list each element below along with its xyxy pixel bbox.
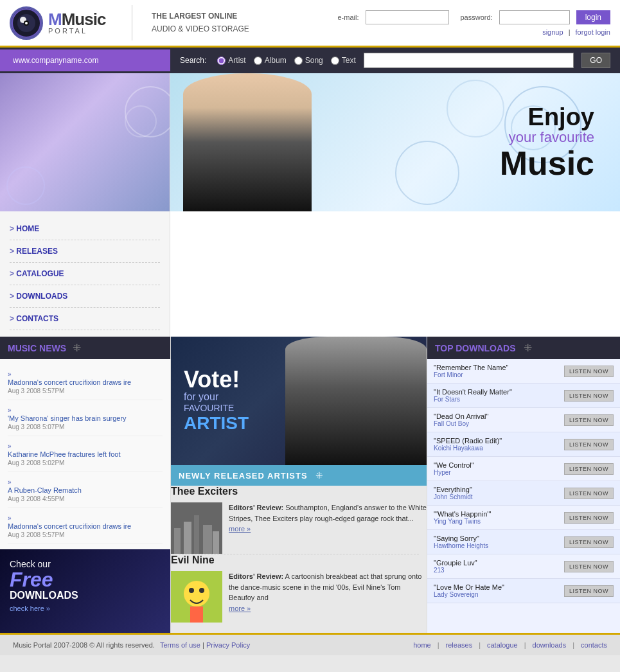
review-more-link[interactable]: more [229,605,251,612]
logo-icon [10,6,43,40]
news-link[interactable]: Katharine McPhee fractures left foot [8,450,163,458]
svg-point-13 [189,588,194,593]
listen-now-button[interactable]: LISTEN NOW [564,366,614,377]
signup-link[interactable]: signup [542,28,563,36]
footer-contacts[interactable]: contacts [581,641,607,649]
list-item: »'My Sharona' singer has brain surgery A… [8,400,163,436]
listen-now-button[interactable]: LISTEN NOW [564,488,614,499]
radio-artist-input[interactable] [217,57,226,65]
search-input[interactable] [364,53,574,68]
listen-now-button[interactable]: LISTEN NOW [564,463,614,475]
nav-releases[interactable]: RELEASES [10,240,160,263]
news-link[interactable]: 'My Sharona' singer has brain surgery [8,414,163,422]
terms-link[interactable]: Terms of use [160,641,200,649]
download-artist: Hawthorne Heights [434,542,564,549]
svg-point-14 [199,588,204,593]
privacy-link[interactable]: Privacy Policy [206,641,250,649]
newly-released-icon: ⁜ [315,470,323,481]
artist-content: Editors' Review: Southampton, England's … [171,502,427,554]
radio-album-input[interactable] [254,57,262,65]
radio-text-label: Text [342,56,356,65]
radio-artist[interactable]: Artist [217,56,245,65]
listen-now-button[interactable]: LISTEN NOW [564,414,614,426]
password-label: password: [461,13,493,21]
hero-your-fav: your favourite [500,129,594,146]
pipe3: | [524,641,526,649]
download-song: "Remember The Name" [434,364,564,371]
list-item: »Madonna's concert crucifixion draws ire… [8,508,163,544]
vote-text: Vote! for your FAVOURITE ARTIST [184,368,249,434]
fd-check-here[interactable]: check here [10,605,161,612]
download-artist: Fall Out Boy [434,420,564,427]
download-song: "Dead On Arrival" [434,412,564,420]
download-info: "SPEED (Radio Edit)" Koichi Hayakawa [434,437,564,452]
footer: Music Portal 2007-2008 © All rights rese… [0,633,620,655]
bullet-icon: » [8,443,12,450]
news-date: Aug 3 2008 4:55PM [8,495,163,502]
email-input[interactable] [366,10,449,24]
download-info: "Love Me Or Hate Me" Lady Sovereign [434,583,564,598]
downloads-list: "Remember The Name" Fort Minor LISTEN NO… [427,359,620,603]
list-item: »Katharine McPhee fractures left foot Au… [8,436,163,472]
hero-person [183,73,312,211]
nav-downloads[interactable]: DOWNLOADS [10,285,160,308]
vote-banner: Vote! for your FAVOURITE ARTIST [171,337,427,465]
nav-catalogue[interactable]: CATALOGUE [10,263,160,285]
list-item: "Dead On Arrival" Fall Out Boy LISTEN NO… [427,408,620,432]
listen-now-button[interactable]: LISTEN NOW [564,536,614,548]
footer-releases[interactable]: releases [446,641,473,649]
listen-now-button[interactable]: LISTEN NOW [564,561,614,572]
listen-now-button[interactable]: LISTEN NOW [564,585,614,597]
download-info: "We Control" Hyper [434,461,564,476]
radio-text-input[interactable] [331,57,339,65]
download-song: "It Doesn't Really Matter" [434,388,564,396]
svg-rect-15 [190,606,203,623]
radio-song-input[interactable] [294,57,303,65]
nav-home[interactable]: HOME [10,218,160,240]
download-song: "Saying Sorry" [434,535,564,542]
listen-now-button[interactable]: LISTEN NOW [564,512,614,524]
download-artist: Hyper [434,469,564,476]
artist-review: Editors' Review: Southampton, England's … [229,502,427,554]
right-panel: TOP DOWNLOADS ⁜ "Remember The Name" Fort… [427,337,620,633]
login-button[interactable]: login [576,10,610,24]
download-artist: For Stars [434,396,564,403]
download-song: "Groupie Luv" [434,559,564,567]
bullet-icon: » [8,479,12,486]
footer-links: home | releases | catalogue | downloads … [413,641,607,649]
download-info: "Dead On Arrival" Fall Out Boy [434,412,564,427]
svg-rect-10 [213,531,219,554]
footer-home[interactable]: home [413,641,431,649]
artist-content: Editors' Review: A cartoonish breakbeat … [171,571,427,623]
nav-contacts[interactable]: CONTACTS [10,308,160,330]
forgot-login-link[interactable]: forgot login [576,28,610,36]
music-news-title: MUSIC NEWS [8,343,66,353]
radio-text[interactable]: Text [331,56,356,65]
listen-now-button[interactable]: LISTEN NOW [564,439,614,450]
news-link[interactable]: Madonna's concert crucifixion draws ire [8,378,163,386]
header-login-top: e-mail: password: login [337,10,610,24]
listen-now-button[interactable]: LISTEN NOW [564,390,614,402]
radio-song[interactable]: Song [294,56,323,65]
top-downloads-title: TOP DOWNLOADS [435,343,516,353]
vote-title: Vote! [184,368,249,391]
list-item: "SPEED (Radio Edit)" Koichi Hayakawa LIS… [427,432,620,457]
footer-catalogue[interactable]: catalogue [487,641,518,649]
sidebar-nav: HOME RELEASES CATALOGUE DOWNLOADS CONTAC… [0,211,170,337]
download-artist: Lady Sovereign [434,591,564,598]
review-more-link[interactable]: more [229,525,251,533]
password-input[interactable] [499,10,570,24]
go-button[interactable]: GO [581,53,610,68]
radio-album[interactable]: Album [254,56,287,65]
bullet-icon: » [8,515,12,522]
artist-section: Thee Exciters Editors' Review: Southampt… [171,486,427,554]
header-links: signup | forgot login [542,28,610,36]
music-news-pre: MUSIC [8,343,37,353]
news-date: Aug 3 2008 5:57PM [8,387,163,394]
download-song: "We Control" [434,461,564,469]
list-item: "Groupie Luv" 213 LISTEN NOW [427,554,620,579]
news-link[interactable]: A Ruben-Clay Rematch [8,486,163,494]
news-link[interactable]: Madonna's concert crucifixion draws ire [8,522,163,530]
footer-downloads[interactable]: downloads [533,641,567,649]
sidebar: HOME RELEASES CATALOGUE DOWNLOADS CONTAC… [0,73,170,337]
